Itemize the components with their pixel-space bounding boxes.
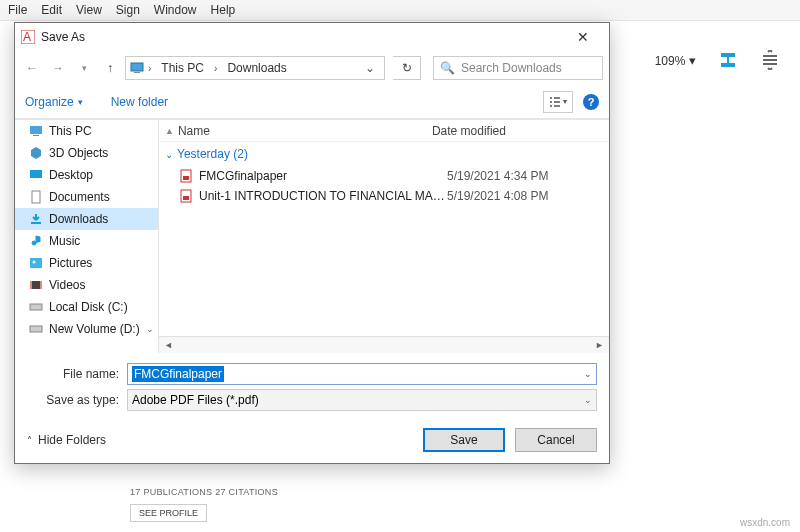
sidebar-item-label: Downloads xyxy=(49,212,108,226)
dialog-body: This PC 3D Objects Desktop Documents Dow… xyxy=(15,119,609,353)
menu-help[interactable]: Help xyxy=(211,3,236,17)
sidebar-item-label: Music xyxy=(49,234,80,248)
breadcrumb-seg-downloads[interactable]: Downloads xyxy=(221,61,292,75)
column-headers[interactable]: ▲ Name Date modified xyxy=(159,120,609,142)
cube-icon xyxy=(29,146,43,160)
file-group-yesterday[interactable]: ⌄ Yesterday (2) xyxy=(159,142,609,166)
svg-rect-3 xyxy=(134,72,140,73)
disk-icon xyxy=(29,300,43,314)
col-date[interactable]: Date modified xyxy=(432,124,609,138)
file-date: 5/19/2021 4:08 PM xyxy=(447,189,548,203)
scroll-left-icon[interactable]: ◄ xyxy=(161,338,176,353)
dropdown-icon[interactable]: ⌄ xyxy=(584,395,592,405)
save-button[interactable]: Save xyxy=(423,428,505,452)
menu-window[interactable]: Window xyxy=(154,3,197,17)
sidebar-item-thispc[interactable]: This PC xyxy=(15,120,158,142)
svg-rect-13 xyxy=(30,304,42,310)
watermark: wsxdn.com xyxy=(740,517,790,528)
menu-file[interactable]: File xyxy=(8,3,27,17)
pc-icon xyxy=(29,124,43,138)
breadcrumb-dropdown-icon[interactable]: ⌄ xyxy=(360,61,380,75)
sidebar-item-music[interactable]: Music xyxy=(15,230,158,252)
sidebar-item-documents[interactable]: Documents xyxy=(15,186,158,208)
see-profile-button[interactable]: SEE PROFILE xyxy=(130,504,207,522)
sidebar-item-desktop[interactable]: Desktop xyxy=(15,164,158,186)
file-row[interactable]: FMCGfinalpaper 5/19/2021 4:34 PM xyxy=(159,166,609,186)
fit-width-icon[interactable] xyxy=(718,50,738,70)
refresh-button[interactable]: ↻ xyxy=(393,56,421,80)
music-icon xyxy=(29,234,43,248)
cancel-button[interactable]: Cancel xyxy=(515,428,597,452)
sidebar-item-label: New Volume (D:) xyxy=(49,322,140,336)
sidebar-item-label: Videos xyxy=(49,278,85,292)
search-input[interactable] xyxy=(461,61,596,75)
filetype-label: Save as type: xyxy=(27,393,119,407)
view-options-button[interactable]: ▾ xyxy=(543,91,573,113)
nav-up-icon[interactable]: ↑ xyxy=(99,57,121,79)
menu-view[interactable]: View xyxy=(76,3,102,17)
download-icon xyxy=(29,212,43,226)
file-row[interactable]: Unit-1 INTRODUCTION TO FINANCIAL MANAG..… xyxy=(159,186,609,206)
sidebar-item-downloads[interactable]: Downloads xyxy=(15,208,158,230)
publication-stats: 17 PUBLICATIONS 27 CITATIONS xyxy=(130,487,278,497)
pc-icon xyxy=(130,61,144,75)
search-icon: 🔍 xyxy=(440,61,455,75)
disk-icon xyxy=(29,322,43,336)
nav-sidebar: This PC 3D Objects Desktop Documents Dow… xyxy=(15,120,159,353)
help-icon[interactable]: ? xyxy=(583,94,599,110)
hide-folders-button[interactable]: ˄ Hide Folders xyxy=(27,433,106,447)
sidebar-item-pictures[interactable]: Pictures xyxy=(15,252,158,274)
sidebar-item-3d[interactable]: 3D Objects xyxy=(15,142,158,164)
dialog-footer: ˄ Hide Folders Save Cancel xyxy=(15,417,609,463)
svg-rect-5 xyxy=(33,135,39,136)
chevron-right-icon[interactable]: › xyxy=(214,63,217,74)
file-area: ▲ Name Date modified ⌄ Yesterday (2) FMC… xyxy=(159,120,609,353)
dialog-titlebar: A Save As ✕ xyxy=(15,23,609,51)
desktop-icon xyxy=(29,168,43,182)
app-menubar: File Edit View Sign Window Help xyxy=(0,0,800,21)
new-folder-button[interactable]: New folder xyxy=(111,95,168,109)
close-button[interactable]: ✕ xyxy=(563,23,603,51)
video-icon xyxy=(29,278,43,292)
command-bar: Organize ▾ New folder ▾ ? xyxy=(15,85,609,119)
search-box[interactable]: 🔍 xyxy=(433,56,603,80)
svg-rect-4 xyxy=(30,126,42,134)
filename-value: FMCGfinalpaper xyxy=(132,366,224,382)
scroll-right-icon[interactable]: ► xyxy=(592,338,607,353)
svg-rect-14 xyxy=(30,326,42,332)
filename-input[interactable]: FMCGfinalpaper ⌄ xyxy=(127,363,597,385)
save-as-dialog: A Save As ✕ ← → ▾ ↑ › This PC › Download… xyxy=(14,22,610,464)
col-name[interactable]: Name xyxy=(164,124,432,138)
chevron-right-icon[interactable]: › xyxy=(148,63,151,74)
menu-edit[interactable]: Edit xyxy=(41,3,62,17)
sidebar-item-videos[interactable]: Videos xyxy=(15,274,158,296)
breadcrumb-seg-thispc[interactable]: This PC xyxy=(155,61,210,75)
chevron-down-icon: ⌄ xyxy=(165,149,173,160)
app-toolbar: 109% ▾ xyxy=(655,50,780,70)
menu-sign[interactable]: Sign xyxy=(116,3,140,17)
svg-rect-18 xyxy=(183,196,189,200)
nav-recent-dropdown[interactable]: ▾ xyxy=(73,57,95,79)
svg-rect-16 xyxy=(183,176,189,180)
breadcrumb[interactable]: › This PC › Downloads ⌄ xyxy=(125,56,385,80)
sidebar-item-label: Desktop xyxy=(49,168,93,182)
nav-back-icon[interactable]: ← xyxy=(21,57,43,79)
sidebar-item-label: Local Disk (C:) xyxy=(49,300,128,314)
file-date: 5/19/2021 4:34 PM xyxy=(447,169,548,183)
hide-folders-label: Hide Folders xyxy=(38,433,106,447)
nav-forward-icon[interactable]: → xyxy=(47,57,69,79)
pdf-icon: A xyxy=(21,30,35,44)
filetype-select[interactable]: Adobe PDF Files (*.pdf) ⌄ xyxy=(127,389,597,411)
save-form: File name: FMCGfinalpaper ⌄ Save as type… xyxy=(15,353,609,417)
svg-rect-11 xyxy=(30,281,32,289)
sidebar-item-local-disk[interactable]: Local Disk (C:) xyxy=(15,296,158,318)
scroll-icon[interactable] xyxy=(760,50,780,70)
sidebar-item-new-volume[interactable]: New Volume (D:) ⌄ xyxy=(15,318,158,340)
sidebar-item-label: Pictures xyxy=(49,256,92,270)
horizontal-scrollbar[interactable]: ◄ ► xyxy=(159,336,609,353)
svg-text:A: A xyxy=(23,30,31,44)
organize-button[interactable]: Organize ▾ xyxy=(25,95,83,109)
zoom-level[interactable]: 109% ▾ xyxy=(655,53,696,68)
svg-rect-7 xyxy=(32,191,40,203)
dropdown-icon[interactable]: ⌄ xyxy=(584,369,592,379)
